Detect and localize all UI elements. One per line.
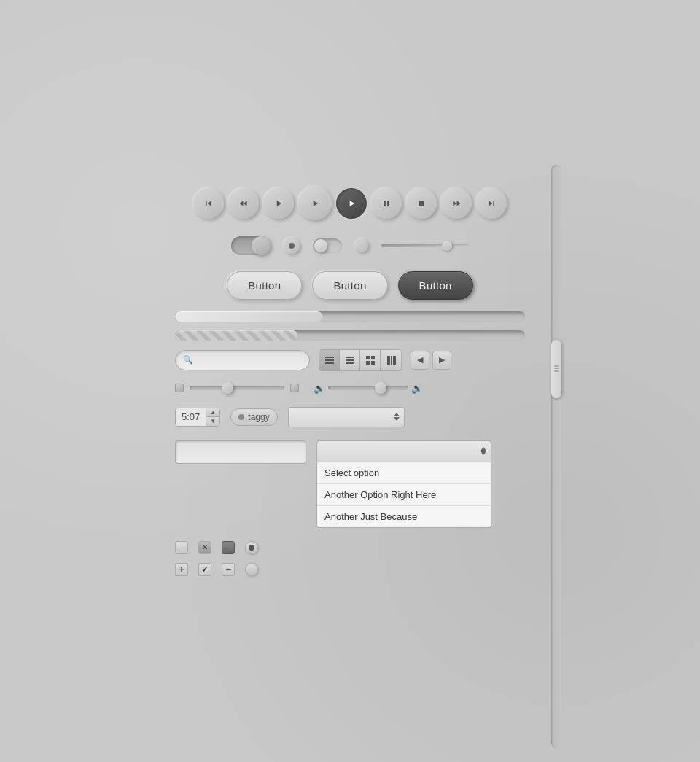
svg-rect-10 (371, 356, 375, 359)
stepper-down[interactable]: ▼ (206, 417, 219, 426)
button-1[interactable]: Button (227, 271, 302, 300)
range-slider-1[interactable] (175, 384, 299, 392)
range-track-2 (328, 386, 408, 390)
scrollbar-thumb[interactable] (551, 340, 561, 398)
svg-rect-6 (349, 359, 354, 361)
progress-fill-2 (175, 330, 298, 341)
stepper-value: 5:07 (176, 408, 206, 425)
dropdown-item-0[interactable]: Select option (317, 462, 491, 484)
checkbox-solid[interactable] (222, 541, 235, 554)
range-thumb-2[interactable] (375, 382, 386, 394)
skip-back-button[interactable] (193, 188, 224, 219)
nav-prev-button[interactable]: ◀ (411, 351, 429, 370)
scrollbar-track[interactable] (551, 165, 561, 748)
radio-toggle-1[interactable] (284, 238, 300, 254)
button-3[interactable]: Button (398, 271, 473, 300)
checkbox-empty-1[interactable] (175, 541, 188, 554)
view-btn-grid[interactable] (360, 350, 381, 370)
dropdown-arrow-down (481, 451, 486, 455)
nav-arrows: ◀ ▶ (411, 351, 451, 370)
svg-rect-14 (387, 356, 389, 365)
textfield-row: Select option Another Option Right Here … (175, 440, 525, 528)
view-btn-barcode[interactable] (381, 350, 401, 370)
radio-filled[interactable] (245, 541, 258, 554)
svg-rect-17 (393, 356, 394, 365)
svg-rect-0 (325, 357, 334, 358)
svg-rect-8 (349, 362, 354, 364)
toggle-thumb-1 (252, 236, 271, 255)
stepper-arrows: ▲ ▼ (206, 408, 219, 426)
form-controls-row: 5:07 ▲ ▼ taggy (175, 407, 525, 427)
range-track-1 (190, 386, 284, 390)
skip-forward-button[interactable] (476, 188, 507, 219)
dropdown-header[interactable] (316, 440, 491, 462)
checkbox-plus[interactable] (175, 563, 188, 576)
dropdown-list: Select option Another Option Right Here … (316, 462, 491, 528)
toggle-track-1 (231, 236, 271, 255)
view-btn-list[interactable] (319, 350, 340, 370)
stop-button[interactable] (406, 188, 437, 219)
checkbox-row-1 (175, 541, 525, 554)
svg-rect-15 (389, 356, 390, 365)
dropdown-item-2[interactable]: Another Just Because (317, 506, 491, 527)
scrollbar-grip (554, 365, 559, 372)
play-button-2[interactable] (298, 187, 332, 220)
stepper-up[interactable]: ▲ (206, 408, 219, 417)
checkbox-minus[interactable] (222, 563, 235, 576)
nav-next-button[interactable]: ▶ (432, 351, 451, 370)
volume-low-icon: 🔈 (314, 383, 325, 394)
slider-track (381, 244, 469, 247)
svg-rect-13 (386, 356, 386, 365)
buttons-row: Button Button Button (175, 271, 525, 300)
h-slider[interactable] (381, 244, 469, 247)
volume-high-icon: 🔊 (411, 383, 423, 394)
toggle-thumb-2 (314, 239, 327, 252)
range-slider-2[interactable]: 🔈 🔊 (314, 383, 423, 394)
dropdown-arrow-up (481, 447, 486, 451)
select-arrow-down (394, 417, 400, 421)
tag-label: taggy (248, 412, 269, 422)
pause-button[interactable] (371, 188, 402, 219)
view-buttons (319, 349, 402, 371)
svg-rect-5 (346, 359, 349, 361)
svg-rect-2 (325, 362, 334, 364)
checkbox-row-2 (175, 563, 525, 576)
search-box[interactable]: 🔍 (175, 350, 310, 370)
rewind-button[interactable] (228, 188, 259, 219)
range-end-left (175, 384, 184, 392)
svg-rect-1 (325, 359, 334, 361)
progress-bar-2 (175, 330, 525, 341)
radio-toggle-2[interactable] (355, 239, 368, 252)
radio-empty[interactable] (245, 563, 258, 576)
svg-rect-11 (366, 361, 370, 365)
tag-badge[interactable]: taggy (230, 408, 277, 426)
checkbox-x[interactable] (198, 541, 211, 554)
text-input[interactable] (175, 440, 306, 464)
button-2[interactable]: Button (312, 271, 387, 300)
checkbox-checkmark[interactable] (198, 563, 211, 576)
view-btn-list2[interactable] (340, 350, 360, 370)
range-end-right (290, 384, 299, 392)
progress-bar-1 (175, 311, 525, 322)
search-icon: 🔍 (183, 355, 193, 365)
select-arrow-up (394, 413, 400, 416)
fast-forward-button[interactable] (441, 188, 472, 219)
progress-section-2 (175, 330, 525, 341)
toggle-2[interactable] (313, 238, 342, 253)
media-controls (175, 187, 525, 220)
svg-rect-12 (371, 361, 375, 365)
svg-rect-18 (394, 356, 396, 365)
sliders-row: 🔈 🔊 (175, 383, 525, 394)
progress-section-1 (175, 311, 525, 322)
toggles-row (175, 236, 525, 255)
tag-dot (238, 414, 244, 420)
toggle-1[interactable] (231, 236, 271, 255)
dropdown-container: Select option Another Option Right Here … (316, 440, 491, 528)
dropdown-item-1[interactable]: Another Option Right Here (317, 484, 491, 506)
play-button-1[interactable] (263, 188, 294, 219)
select-box-1[interactable] (288, 407, 405, 427)
slider-thumb[interactable] (442, 241, 452, 251)
stepper[interactable]: 5:07 ▲ ▼ (175, 408, 220, 427)
play-button-active[interactable] (336, 188, 367, 219)
range-thumb-1[interactable] (222, 382, 233, 394)
